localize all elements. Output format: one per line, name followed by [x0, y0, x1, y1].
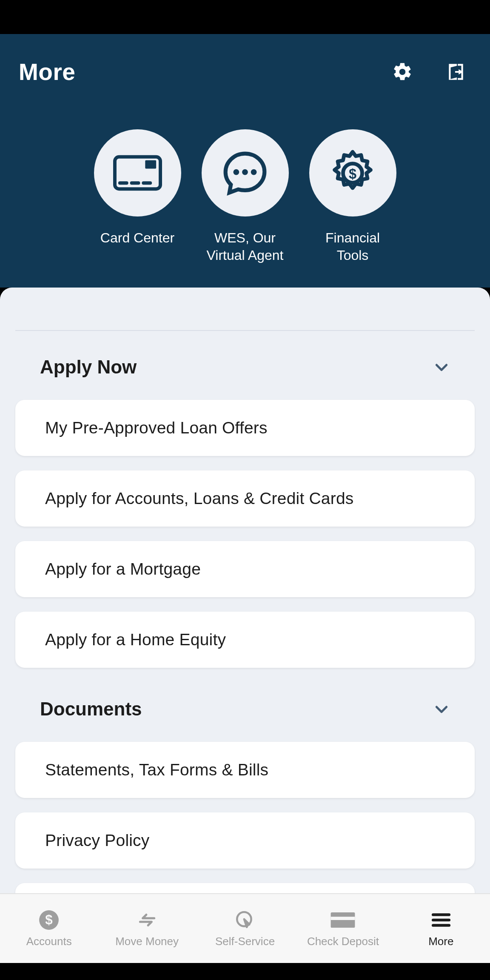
section-title: Documents [40, 698, 142, 720]
settings-button[interactable] [390, 60, 414, 84]
list-item[interactable]: Apply for a Mortgage [15, 541, 475, 597]
svg-point-5 [234, 169, 239, 175]
svg-point-7 [251, 169, 257, 175]
section-header-apply-now[interactable]: Apply Now [15, 356, 475, 378]
svg-rect-14 [331, 917, 355, 920]
list-item[interactable]: Apply for a Home Equity [15, 612, 475, 668]
tab-label: More [428, 935, 453, 948]
header: More Card Center [0, 34, 490, 288]
list-item[interactable]: My Pre-Approved Loan Offers [15, 400, 475, 456]
logout-button[interactable] [444, 60, 468, 84]
shortcut-label: Card Center [100, 229, 174, 247]
home-indicator [0, 963, 490, 980]
shortcut-label: WES, OurVirtual Agent [207, 229, 284, 264]
shortcut-card-center[interactable]: Card Center [94, 129, 181, 264]
chevron-down-icon [433, 359, 450, 376]
tab-more[interactable]: More [392, 894, 490, 963]
svg-rect-1 [145, 160, 156, 169]
gear-icon [392, 61, 413, 83]
content-sheet: Apply Now My Pre-Approved Loan Offers Ap… [0, 288, 490, 955]
shortcut-row: Card Center WES, OurVirtual Agent $ Fina… [19, 95, 471, 288]
page-title: More [19, 58, 75, 85]
tab-move-money[interactable]: Move Money [98, 894, 196, 963]
divider [15, 330, 475, 331]
tab-label: Self-Service [215, 935, 275, 948]
apply-now-list: My Pre-Approved Loan Offers Apply for Ac… [15, 400, 475, 668]
gear-dollar-icon: $ [309, 129, 396, 217]
svg-text:$: $ [46, 912, 53, 927]
exit-icon [445, 61, 467, 83]
svg-text:$: $ [349, 166, 356, 181]
list-item[interactable]: Apply for Accounts, Loans & Credit Cards [15, 470, 475, 527]
check-deposit-icon [330, 909, 356, 931]
section-header-documents[interactable]: Documents [15, 698, 475, 720]
svg-point-6 [242, 169, 248, 175]
status-bar [0, 0, 490, 34]
chat-icon [202, 129, 289, 217]
list-item[interactable]: Statements, Tax Forms & Bills [15, 742, 475, 798]
tab-check-deposit[interactable]: Check Deposit [294, 894, 392, 963]
tab-label: Accounts [26, 935, 72, 948]
list-item[interactable]: Privacy Policy [15, 812, 475, 869]
menu-icon [428, 909, 454, 931]
shortcut-virtual-agent[interactable]: WES, OurVirtual Agent [202, 129, 289, 264]
section-title: Apply Now [40, 356, 137, 378]
shortcut-label: FinancialTools [325, 229, 380, 264]
tab-self-service[interactable]: Self-Service [196, 894, 294, 963]
tab-label: Check Deposit [307, 935, 379, 948]
transfer-arrows-icon [134, 909, 160, 931]
shortcut-financial-tools[interactable]: $ FinancialTools [309, 129, 396, 264]
tab-bar: $ Accounts Move Money Self-Service Check… [0, 893, 490, 963]
tab-label: Move Money [115, 935, 179, 948]
card-icon [94, 129, 181, 217]
self-service-icon [232, 909, 258, 931]
tab-accounts[interactable]: $ Accounts [0, 894, 98, 963]
chevron-down-icon [433, 701, 450, 718]
dollar-circle-icon: $ [36, 909, 62, 931]
